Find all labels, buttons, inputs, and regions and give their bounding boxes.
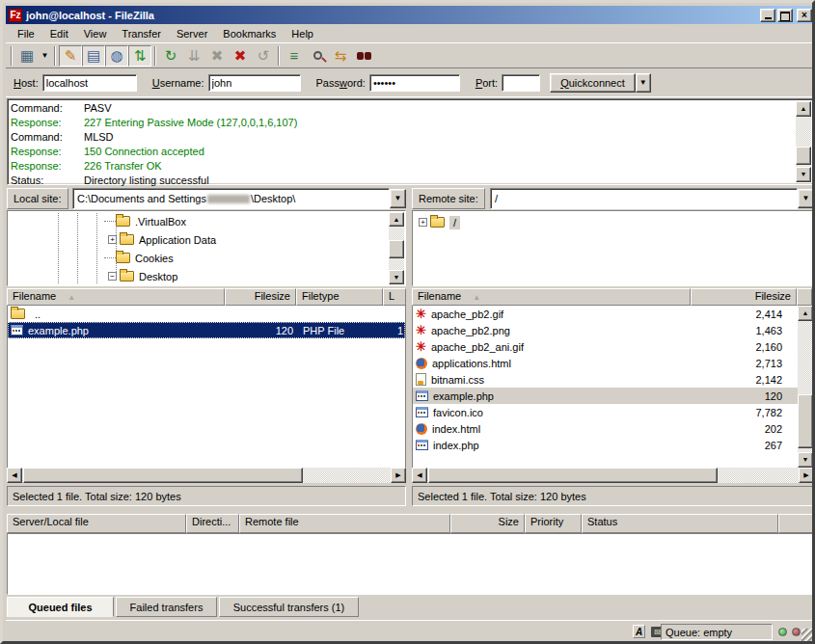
transfer-queue-list[interactable] (7, 533, 814, 595)
scrollbar-thumb[interactable] (796, 147, 811, 164)
site-manager-dropdown[interactable]: ▼ (39, 45, 51, 67)
toggle-local-tree-button[interactable]: ▤ (82, 45, 105, 67)
window-title: john@localhost - FileZilla (26, 10, 758, 21)
quickconnect-dropdown[interactable]: ▼ (636, 73, 651, 93)
local-tree-scrollbar[interactable]: ▲ ▼ (389, 212, 404, 284)
column-header-status[interactable]: Status (582, 514, 778, 533)
synchronized-browsing-button[interactable]: ⇆ (329, 45, 352, 67)
scrollbar-thumb[interactable] (23, 468, 303, 483)
tab-queued-files[interactable]: Queued files (7, 597, 114, 617)
tree-item-virtualbox[interactable]: .VirtualBox (8, 212, 388, 230)
tree-item-cookies[interactable]: Cookies (8, 249, 388, 267)
minimize-button[interactable] (760, 9, 775, 22)
scroll-left-icon[interactable]: ◀ (412, 468, 427, 483)
tree-item-root[interactable]: +/ (413, 213, 796, 231)
toolbar-separator (154, 46, 156, 66)
column-header-remote-file[interactable]: Remote file (239, 514, 450, 533)
column-header-filetype[interactable]: Filetype (296, 288, 383, 306)
column-header-size[interactable]: Size (450, 514, 525, 533)
column-header-filesize[interactable]: Filesize (691, 288, 797, 306)
port-input[interactable] (502, 74, 540, 92)
close-button[interactable]: × (797, 9, 812, 22)
menu-item-bookmarks[interactable]: Bookmarks (215, 26, 284, 41)
scrollbar-thumb[interactable] (798, 394, 813, 447)
file-row-parent-dir[interactable]: .. (8, 306, 405, 322)
menu-item-file[interactable]: File (10, 26, 42, 41)
log-scrollbar[interactable]: ▲ ▼ (796, 101, 811, 182)
column-header-filesize[interactable]: Filesize (225, 288, 296, 306)
column-header-lastmodified[interactable]: L (383, 288, 406, 306)
refresh-button[interactable]: ↻ (159, 45, 182, 67)
directory-filters-button[interactable]: ≡ (283, 45, 306, 67)
scrollbar-thumb[interactable] (428, 468, 718, 483)
scroll-right-icon[interactable]: ▶ (799, 468, 814, 483)
scroll-up-icon[interactable]: ▲ (796, 101, 811, 117)
menu-item-view[interactable]: View (76, 26, 115, 41)
column-header-filename[interactable]: Filename▲ (412, 288, 691, 306)
tab-successful-transfers[interactable]: Successful transfers (1) (219, 597, 359, 617)
toggle-message-log-button[interactable]: ✎ (59, 45, 82, 67)
collapse-icon[interactable]: − (108, 272, 117, 281)
column-header-server-local-file[interactable]: Server/Local file (7, 514, 186, 533)
reconnect-button[interactable]: ↺ (252, 45, 275, 67)
file-row-example-php[interactable]: example.php 120 PHP File 1 (8, 322, 405, 338)
scrollbar-thumb[interactable] (389, 240, 404, 259)
tree-item-application-data[interactable]: +Application Data (8, 230, 388, 249)
remote-path-dropdown[interactable]: ▼ (798, 189, 814, 208)
file-row[interactable]: ✳apache_pb2.png1,463 (413, 322, 813, 338)
toggle-remote-tree-button[interactable]: ◍ (105, 45, 128, 67)
menu-item-help[interactable]: Help (284, 26, 321, 41)
expand-icon[interactable]: + (419, 218, 427, 227)
file-row[interactable]: applications.html2,713 (413, 355, 813, 371)
folder-icon (116, 253, 130, 263)
remote-horizontal-scrollbar[interactable]: ◀ ▶ (412, 468, 814, 483)
file-row[interactable]: index.html202 (413, 420, 813, 437)
redacted-username (207, 195, 250, 203)
scroll-up-icon[interactable]: ▲ (389, 212, 404, 227)
column-header-direction[interactable]: Directi... (186, 514, 239, 533)
tab-failed-transfers[interactable]: Failed transfers (116, 597, 217, 617)
directory-comparison-button[interactable] (306, 45, 329, 67)
local-path-combo[interactable]: C:\Documents and Settings\Desktop\ (72, 188, 390, 209)
file-row[interactable]: ✳apache_pb2.gif2,414 (413, 306, 813, 322)
file-row[interactable]: index.php267 (413, 437, 813, 453)
file-row[interactable]: favicon.ico7,782 (413, 404, 813, 420)
expand-icon[interactable]: + (108, 235, 117, 244)
scroll-down-icon[interactable]: ▼ (389, 270, 404, 284)
scroll-down-icon[interactable]: ▼ (796, 167, 811, 182)
resize-grip[interactable] (801, 629, 814, 641)
message-log-icon: ✎ (65, 48, 77, 63)
file-row-selected[interactable]: example.php120 (413, 388, 813, 404)
local-horizontal-scrollbar[interactable]: ◀ ▶ (7, 468, 406, 483)
toggle-transfer-queue-button[interactable]: ⇅ (128, 45, 151, 67)
column-header-priority[interactable]: Priority (525, 514, 582, 533)
disconnect-button[interactable]: ✖ (229, 45, 252, 67)
file-row[interactable]: bitnami.css2,142 (413, 371, 813, 388)
host-input[interactable] (42, 74, 137, 92)
site-manager-button[interactable]: ▦ (15, 45, 39, 67)
menu-item-edit[interactable]: Edit (42, 26, 76, 41)
username-input[interactable] (208, 74, 301, 92)
scroll-right-icon[interactable]: ▶ (391, 468, 406, 483)
file-row[interactable]: ✳apache_pb2_ani.gif2,160 (413, 338, 813, 355)
menu-item-transfer[interactable]: Transfer (114, 26, 169, 41)
scroll-left-icon[interactable]: ◀ (7, 468, 22, 483)
password-input[interactable] (369, 74, 460, 92)
quickconnect-button[interactable]: Quickconnect (550, 73, 636, 93)
cancel-operation-button[interactable]: ✖ (205, 45, 229, 67)
remote-path-combo[interactable]: / (490, 188, 798, 209)
magnifier-icon (313, 51, 322, 60)
local-path-dropdown[interactable]: ▼ (390, 189, 406, 208)
process-queue-button[interactable]: ⇊ (182, 45, 205, 67)
title-bar[interactable]: Fz john@localhost - FileZilla × (6, 6, 815, 24)
scroll-down-icon[interactable]: ▼ (798, 452, 813, 468)
tree-item-desktop[interactable]: −Desktop (8, 267, 388, 285)
local-directory-tree: .VirtualBox +Application Data Cookies −D… (7, 210, 406, 286)
maximize-button[interactable] (777, 9, 793, 22)
find-files-button[interactable] (352, 45, 375, 67)
transfer-type-indicator-icon[interactable]: A (633, 625, 645, 638)
remote-list-scrollbar[interactable]: ▲ ▼ (798, 306, 813, 468)
scroll-up-icon[interactable]: ▲ (798, 306, 813, 321)
menu-item-server[interactable]: Server (169, 26, 215, 41)
column-header-filename[interactable]: Filename▲ (7, 288, 225, 306)
